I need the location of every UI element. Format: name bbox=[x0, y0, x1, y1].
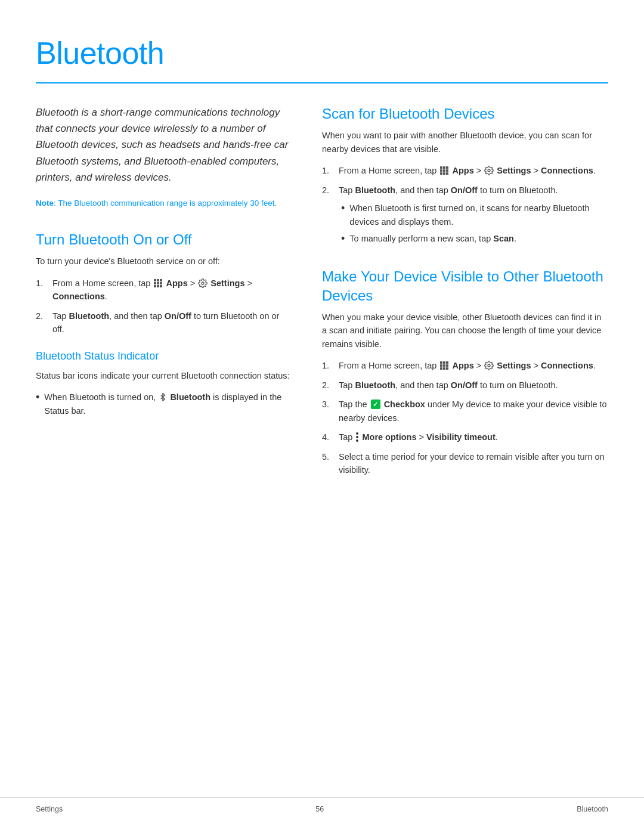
visible-step-1: 1. From a Home screen, tap Apps > bbox=[322, 359, 608, 372]
intro-text: Bluetooth is a short-range communication… bbox=[36, 104, 292, 185]
scan-bold: Scan bbox=[493, 234, 514, 243]
scan-sub-text-1: When Bluetooth is first turned on, it sc… bbox=[349, 202, 608, 228]
scan-settings-label: Settings bbox=[497, 166, 531, 175]
checkbox-icon: ✓ bbox=[371, 400, 380, 409]
scan-step-num-2: 2. bbox=[322, 184, 334, 250]
svg-point-1 bbox=[488, 169, 490, 172]
apps-icon-visible bbox=[440, 361, 448, 370]
scan-sub-bullets: • When Bluetooth is first turned on, it … bbox=[341, 202, 608, 246]
scan-connections-label: Connections bbox=[541, 166, 593, 175]
title-divider bbox=[36, 82, 608, 83]
section-scan-heading: Scan for Bluetooth Devices bbox=[322, 104, 608, 123]
turn-step-1: 1. From a Home screen, tap Apps > bbox=[36, 277, 292, 304]
note-label: Note bbox=[36, 199, 54, 208]
settings-label: Settings bbox=[210, 278, 244, 288]
turn-step-2: 2. Tap Bluetooth, and then tap On/Off to… bbox=[36, 309, 292, 336]
visible-settings-label: Settings bbox=[497, 361, 531, 370]
apps-icon-scan bbox=[440, 166, 448, 175]
section-scan-intro: When you want to pair with another Bluet… bbox=[322, 129, 608, 156]
visible-onoff-label: On/Off bbox=[451, 380, 478, 390]
scan-step-num-1: 1. bbox=[322, 164, 334, 177]
scan-onoff-label: On/Off bbox=[451, 185, 478, 195]
visible-step-num-4: 4. bbox=[322, 431, 334, 444]
svg-point-0 bbox=[202, 282, 204, 284]
visible-step-content-2: Tap Bluetooth, and then tap On/Off to tu… bbox=[339, 379, 608, 392]
visible-step-content-3: Tap the ✓ Checkbox under My device to ma… bbox=[339, 398, 608, 425]
visibility-timeout-label: Visibility timeout bbox=[426, 432, 496, 442]
note-text: Note: The Bluetooth communication range … bbox=[36, 197, 292, 209]
section-visible-heading: Make Your Device Visible to Other Blueto… bbox=[322, 267, 608, 304]
visible-step-content-4: Tap More options > Visibility timeout. bbox=[339, 431, 608, 444]
visible-step-4: 4. Tap More options > Visibility timeout… bbox=[322, 431, 608, 444]
subsection-status-intro: Status bar icons indicate your current B… bbox=[36, 369, 292, 382]
footer-center: 56 bbox=[315, 804, 324, 815]
scan-sub-bullet-1: • When Bluetooth is first turned on, it … bbox=[341, 202, 608, 228]
scan-bluetooth-label: Bluetooth bbox=[355, 185, 395, 195]
section-visible-intro: When you make your device visible, other… bbox=[322, 311, 608, 351]
bluetooth-strong: Bluetooth bbox=[170, 392, 210, 402]
status-bullet-text: When Bluetooth is turned on, Bluetooth i… bbox=[44, 391, 292, 417]
step-num-1: 1. bbox=[36, 277, 48, 304]
visible-settings-icon bbox=[484, 361, 494, 370]
bluetooth-symbol-icon bbox=[159, 393, 167, 401]
section-turn-intro: To turn your device's Bluetooth service … bbox=[36, 255, 292, 268]
visible-step-num-3: 3. bbox=[322, 398, 334, 425]
scan-step-content-2: Tap Bluetooth, and then tap On/Off to tu… bbox=[339, 184, 608, 250]
scan-sub-bullet-2: • To manually perform a new scan, tap Sc… bbox=[341, 232, 608, 246]
visible-steps-list: 1. From a Home screen, tap Apps > bbox=[322, 359, 608, 476]
bluetooth-label: Bluetooth bbox=[69, 311, 109, 321]
visible-step-content-1: From a Home screen, tap Apps > Settings bbox=[339, 359, 608, 372]
visible-bluetooth-label: Bluetooth bbox=[355, 380, 395, 390]
svg-point-2 bbox=[488, 364, 490, 367]
apps-label: Apps bbox=[166, 278, 187, 288]
checkbox-label: Checkbox bbox=[384, 400, 425, 409]
section-turn-heading: Turn Bluetooth On or Off bbox=[36, 230, 292, 249]
visible-step-3: 3. Tap the ✓ Checkbox under My device to… bbox=[322, 398, 608, 425]
content-columns: Bluetooth is a short-range communication… bbox=[36, 104, 608, 486]
scan-steps-list: 1. From a Home screen, tap Apps > bbox=[322, 164, 608, 249]
footer-left: Settings bbox=[36, 804, 63, 815]
bullet-dot: • bbox=[36, 391, 39, 417]
scan-sub-text-2: To manually perform a new scan, tap Scan… bbox=[349, 232, 516, 246]
status-bullets: • When Bluetooth is turned on, Bluetooth… bbox=[36, 391, 292, 417]
subsection-status-heading: Bluetooth Status Indicator bbox=[36, 348, 292, 364]
settings-icon bbox=[198, 278, 208, 288]
sub-bullet-dot-2: • bbox=[341, 232, 345, 246]
footer-right: Bluetooth bbox=[577, 804, 608, 815]
connections-label: Connections bbox=[52, 292, 105, 301]
onoff-label: On/Off bbox=[165, 311, 191, 321]
step-content-1: From a Home screen, tap Apps > Settings bbox=[52, 277, 292, 304]
visible-connections-label: Connections bbox=[541, 361, 593, 370]
left-column: Bluetooth is a short-range communication… bbox=[36, 104, 292, 486]
right-column: Scan for Bluetooth Devices When you want… bbox=[322, 104, 608, 486]
scan-settings-icon bbox=[484, 166, 494, 175]
visible-step-content-5: Select a time period for your device to … bbox=[339, 450, 608, 477]
scan-step-1: 1. From a Home screen, tap Apps > bbox=[322, 164, 608, 177]
step-num-2: 2. bbox=[36, 309, 48, 336]
step-content-2: Tap Bluetooth, and then tap On/Off to tu… bbox=[52, 309, 292, 336]
note-content: : The Bluetooth communication range is a… bbox=[54, 199, 277, 208]
status-bullet-1: • When Bluetooth is turned on, Bluetooth… bbox=[36, 391, 292, 417]
apps-icon bbox=[154, 279, 162, 287]
more-options-label: More options bbox=[362, 432, 416, 442]
turn-steps-list: 1. From a Home screen, tap Apps > bbox=[36, 277, 292, 336]
sub-bullet-dot-1: • bbox=[341, 202, 345, 228]
visible-step-num-5: 5. bbox=[322, 450, 334, 477]
visible-step-5: 5. Select a time period for your device … bbox=[322, 450, 608, 477]
page-footer: Settings 56 Bluetooth bbox=[0, 797, 644, 815]
visible-apps-label: Apps bbox=[452, 361, 473, 370]
scan-step-2: 2. Tap Bluetooth, and then tap On/Off to… bbox=[322, 184, 608, 250]
visible-step-2: 2. Tap Bluetooth, and then tap On/Off to… bbox=[322, 379, 608, 392]
visible-step-num-2: 2. bbox=[322, 379, 334, 392]
more-options-icon bbox=[356, 432, 358, 442]
scan-apps-label: Apps bbox=[452, 166, 473, 175]
page-container: Bluetooth Bluetooth is a short-range com… bbox=[0, 0, 644, 522]
visible-step-num-1: 1. bbox=[322, 359, 334, 372]
page-title: Bluetooth bbox=[36, 30, 608, 76]
scan-step-content-1: From a Home screen, tap Apps > Settings bbox=[339, 164, 608, 177]
